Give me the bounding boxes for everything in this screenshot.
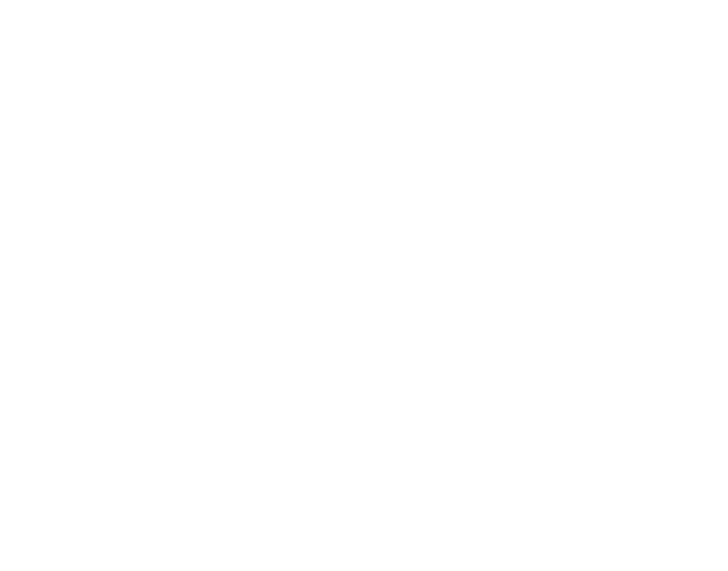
org-chart [33, 18, 695, 553]
